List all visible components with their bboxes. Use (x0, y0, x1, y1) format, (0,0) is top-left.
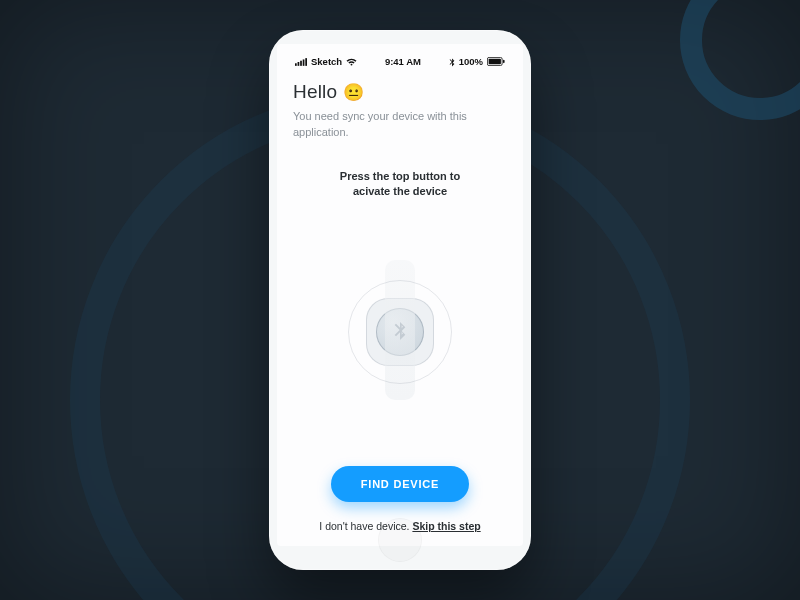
carrier-label: Sketch (311, 56, 342, 67)
greeting-subtitle: You need sync your device with this appl… (293, 109, 483, 141)
svg-rect-1 (298, 62, 300, 66)
app-backdrop: Sketch 9:41 AM 100% Hello (0, 0, 800, 600)
signal-icon (295, 58, 307, 66)
phone-screen: Sketch 9:41 AM 100% Hello (277, 44, 523, 546)
wearable-device-icon (356, 288, 444, 376)
skip-link[interactable]: Skip this step (412, 520, 480, 532)
svg-rect-3 (303, 59, 305, 65)
home-button[interactable] (378, 518, 422, 562)
background-ring-small (680, 0, 800, 120)
wifi-icon (346, 58, 357, 66)
svg-rect-6 (489, 59, 501, 65)
svg-rect-2 (300, 60, 302, 65)
instruction-line-2: acivate the device (293, 184, 507, 199)
greeting-text: Hello (293, 81, 337, 103)
status-left: Sketch (295, 56, 357, 67)
svg-rect-7 (503, 60, 505, 63)
phone-frame: Sketch 9:41 AM 100% Hello (269, 30, 531, 570)
greeting-emoji-icon: 😐 (343, 82, 364, 103)
status-time: 9:41 AM (385, 56, 421, 67)
bluetooth-icon (449, 57, 455, 67)
status-bar: Sketch 9:41 AM 100% (293, 54, 507, 73)
instruction-line-1: Press the top button to (293, 169, 507, 184)
battery-percent: 100% (459, 56, 483, 67)
svg-rect-0 (295, 63, 297, 66)
battery-icon (487, 57, 505, 66)
instruction-text: Press the top button to acivate the devi… (293, 169, 507, 200)
svg-rect-4 (305, 58, 307, 66)
device-pulse-ring (348, 280, 452, 384)
greeting-row: Hello 😐 (293, 81, 507, 103)
status-right: 100% (449, 56, 505, 67)
device-illustration (293, 208, 507, 456)
find-device-button[interactable]: FIND DEVICE (331, 466, 469, 502)
